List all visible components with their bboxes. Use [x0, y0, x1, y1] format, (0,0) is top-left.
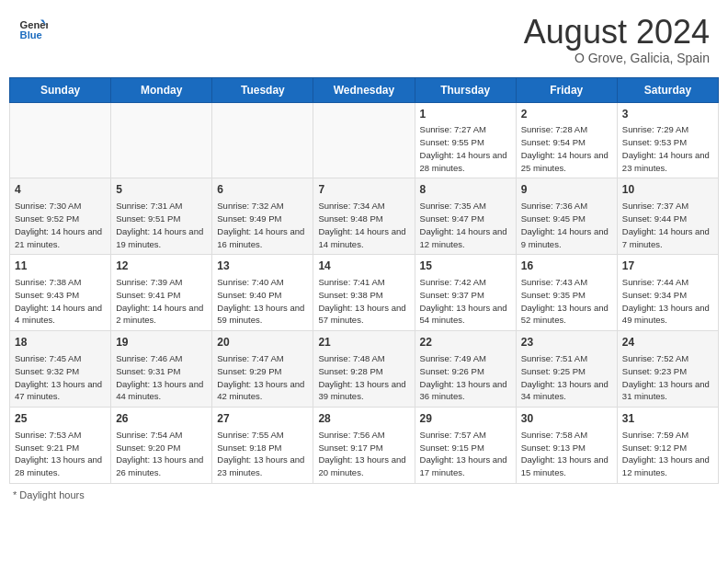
page-header: General Blue August 2024 O Grove, Galici…: [9, 9, 719, 70]
calendar-cell: 10Sunrise: 7:37 AMSunset: 9:44 PMDayligh…: [617, 178, 718, 255]
day-number: 10: [622, 182, 713, 198]
day-info: Sunrise: 7:55 AMSunset: 9:18 PMDaylight:…: [217, 429, 308, 479]
calendar-cell: 3Sunrise: 7:29 AMSunset: 9:53 PMDaylight…: [617, 102, 718, 178]
day-info: Sunrise: 7:32 AMSunset: 9:49 PMDaylight:…: [217, 200, 308, 250]
day-info: Sunrise: 7:53 AMSunset: 9:21 PMDaylight:…: [15, 429, 106, 479]
calendar-cell: [313, 102, 415, 178]
day-info: Sunrise: 7:41 AMSunset: 9:38 PMDaylight:…: [318, 276, 409, 327]
day-number: 3: [622, 107, 713, 122]
calendar-cell: 15Sunrise: 7:42 AMSunset: 9:37 PMDayligh…: [415, 255, 516, 331]
day-info: Sunrise: 7:45 AMSunset: 9:32 PMDaylight:…: [15, 352, 106, 403]
calendar-cell: 23Sunrise: 7:51 AMSunset: 9:25 PMDayligh…: [516, 331, 617, 408]
calendar-cell: [212, 102, 313, 178]
calendar-cell: 12Sunrise: 7:39 AMSunset: 9:41 PMDayligh…: [111, 255, 212, 331]
calendar-cell: 8Sunrise: 7:35 AMSunset: 9:47 PMDaylight…: [415, 178, 516, 255]
calendar-cell: 6Sunrise: 7:32 AMSunset: 9:49 PMDaylight…: [212, 178, 313, 255]
calendar-cell: 7Sunrise: 7:34 AMSunset: 9:48 PMDaylight…: [313, 178, 415, 255]
day-info: Sunrise: 7:38 AMSunset: 9:43 PMDaylight:…: [15, 276, 106, 327]
day-info: Sunrise: 7:44 AMSunset: 9:34 PMDaylight:…: [622, 276, 713, 327]
calendar-cell: 26Sunrise: 7:54 AMSunset: 9:20 PMDayligh…: [111, 408, 212, 484]
calendar-cell: 17Sunrise: 7:44 AMSunset: 9:34 PMDayligh…: [617, 255, 718, 331]
calendar-cell: 19Sunrise: 7:46 AMSunset: 9:31 PMDayligh…: [111, 331, 212, 408]
daylight-label: Daylight hours: [19, 489, 84, 500]
day-number: 22: [420, 335, 511, 350]
day-number: 6: [217, 182, 308, 198]
day-number: 19: [116, 335, 207, 350]
logo-icon: General Blue: [18, 14, 48, 43]
calendar-cell: 27Sunrise: 7:55 AMSunset: 9:18 PMDayligh…: [212, 408, 313, 484]
calendar-cell: 11Sunrise: 7:38 AMSunset: 9:43 PMDayligh…: [10, 255, 111, 331]
day-info: Sunrise: 7:31 AMSunset: 9:51 PMDaylight:…: [116, 200, 207, 250]
day-info: Sunrise: 7:59 AMSunset: 9:12 PMDaylight:…: [622, 429, 713, 479]
day-number: 17: [622, 259, 713, 274]
day-number: 24: [622, 335, 713, 350]
calendar-week-row: 11Sunrise: 7:38 AMSunset: 9:43 PMDayligh…: [10, 255, 719, 331]
day-info: Sunrise: 7:27 AMSunset: 9:55 PMDaylight:…: [420, 123, 511, 174]
calendar-cell: 21Sunrise: 7:48 AMSunset: 9:28 PMDayligh…: [313, 331, 415, 408]
day-info: Sunrise: 7:43 AMSunset: 9:35 PMDaylight:…: [521, 276, 612, 327]
day-info: Sunrise: 7:37 AMSunset: 9:44 PMDaylight:…: [622, 200, 713, 250]
day-number: 18: [15, 335, 106, 350]
day-number: 15: [420, 259, 511, 274]
calendar-cell: 22Sunrise: 7:49 AMSunset: 9:26 PMDayligh…: [415, 331, 516, 408]
calendar-week-row: 25Sunrise: 7:53 AMSunset: 9:21 PMDayligh…: [10, 408, 719, 484]
day-number: 30: [521, 411, 612, 427]
calendar-cell: 20Sunrise: 7:47 AMSunset: 9:29 PMDayligh…: [212, 331, 313, 408]
title-area: August 2024 O Grove, Galicia, Spain: [524, 14, 710, 65]
day-info: Sunrise: 7:39 AMSunset: 9:41 PMDaylight:…: [116, 276, 207, 327]
day-info: Sunrise: 7:58 AMSunset: 9:13 PMDaylight:…: [521, 429, 612, 479]
day-number: 12: [116, 259, 207, 274]
day-number: 5: [116, 182, 207, 198]
day-number: 2: [521, 107, 612, 122]
calendar-week-row: 18Sunrise: 7:45 AMSunset: 9:32 PMDayligh…: [10, 331, 719, 408]
day-number: 11: [15, 259, 106, 274]
footer: * Daylight hours: [9, 489, 719, 500]
day-info: Sunrise: 7:36 AMSunset: 9:45 PMDaylight:…: [521, 200, 612, 250]
day-info: Sunrise: 7:40 AMSunset: 9:40 PMDaylight:…: [217, 276, 308, 327]
day-number: 28: [318, 411, 409, 427]
day-info: Sunrise: 7:48 AMSunset: 9:28 PMDaylight:…: [318, 352, 409, 403]
calendar-cell: 31Sunrise: 7:59 AMSunset: 9:12 PMDayligh…: [617, 408, 718, 484]
calendar-table: SundayMondayTuesdayWednesdayThursdayFrid…: [9, 77, 719, 484]
day-info: Sunrise: 7:57 AMSunset: 9:15 PMDaylight:…: [420, 429, 511, 479]
month-year-title: August 2024: [524, 14, 710, 51]
calendar-day-header: Friday: [516, 77, 617, 102]
calendar-cell: 30Sunrise: 7:58 AMSunset: 9:13 PMDayligh…: [516, 408, 617, 484]
day-number: 23: [521, 335, 612, 350]
day-info: Sunrise: 7:30 AMSunset: 9:52 PMDaylight:…: [15, 200, 106, 250]
day-info: Sunrise: 7:46 AMSunset: 9:31 PMDaylight:…: [116, 352, 207, 403]
calendar-day-header: Tuesday: [212, 77, 313, 102]
day-info: Sunrise: 7:54 AMSunset: 9:20 PMDaylight:…: [116, 429, 207, 479]
calendar-cell: 9Sunrise: 7:36 AMSunset: 9:45 PMDaylight…: [516, 178, 617, 255]
svg-text:Blue: Blue: [20, 29, 42, 40]
day-number: 20: [217, 335, 308, 350]
calendar-cell: [10, 102, 111, 178]
day-info: Sunrise: 7:35 AMSunset: 9:47 PMDaylight:…: [420, 200, 511, 250]
day-number: 8: [420, 182, 511, 198]
day-number: 1: [420, 107, 511, 122]
calendar-cell: 2Sunrise: 7:28 AMSunset: 9:54 PMDaylight…: [516, 102, 617, 178]
calendar-header-row: SundayMondayTuesdayWednesdayThursdayFrid…: [10, 77, 719, 102]
day-number: 27: [217, 411, 308, 427]
calendar-cell: 18Sunrise: 7:45 AMSunset: 9:32 PMDayligh…: [10, 331, 111, 408]
calendar-day-header: Wednesday: [313, 77, 415, 102]
day-number: 13: [217, 259, 308, 274]
calendar-cell: 14Sunrise: 7:41 AMSunset: 9:38 PMDayligh…: [313, 255, 415, 331]
day-number: 31: [622, 411, 713, 427]
day-number: 7: [318, 182, 409, 198]
day-number: 4: [15, 182, 106, 198]
day-info: Sunrise: 7:29 AMSunset: 9:53 PMDaylight:…: [622, 123, 713, 174]
calendar-day-header: Thursday: [415, 77, 516, 102]
calendar-cell: 24Sunrise: 7:52 AMSunset: 9:23 PMDayligh…: [617, 331, 718, 408]
day-number: 14: [318, 259, 409, 274]
calendar-week-row: 4Sunrise: 7:30 AMSunset: 9:52 PMDaylight…: [10, 178, 719, 255]
day-number: 29: [420, 411, 511, 427]
day-info: Sunrise: 7:51 AMSunset: 9:25 PMDaylight:…: [521, 352, 612, 403]
calendar-body: 1Sunrise: 7:27 AMSunset: 9:55 PMDaylight…: [10, 102, 719, 483]
day-info: Sunrise: 7:52 AMSunset: 9:23 PMDaylight:…: [622, 352, 713, 403]
calendar-cell: 13Sunrise: 7:40 AMSunset: 9:40 PMDayligh…: [212, 255, 313, 331]
calendar-cell: 4Sunrise: 7:30 AMSunset: 9:52 PMDaylight…: [10, 178, 111, 255]
day-info: Sunrise: 7:56 AMSunset: 9:17 PMDaylight:…: [318, 429, 409, 479]
location-subtitle: O Grove, Galicia, Spain: [524, 51, 710, 65]
calendar-day-header: Sunday: [10, 77, 111, 102]
